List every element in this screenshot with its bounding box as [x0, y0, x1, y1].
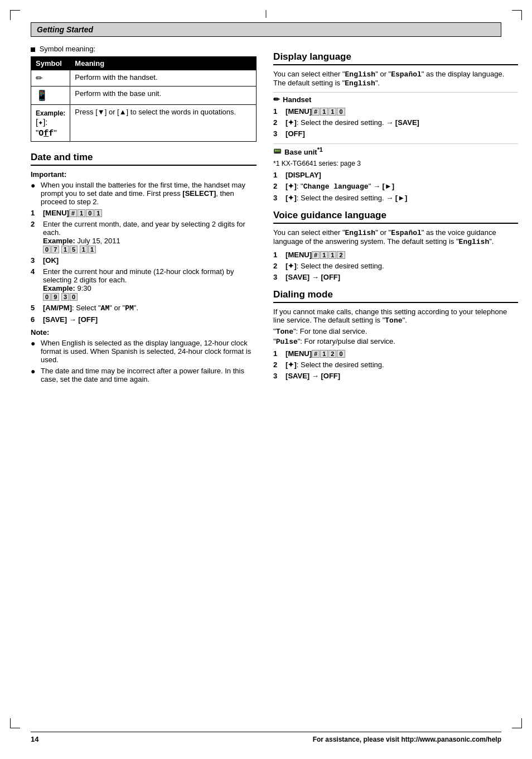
- step-item: 1 [MENU]#110: [273, 107, 518, 116]
- important-label: Important:: [31, 170, 257, 179]
- handset-badge-label: Handset: [283, 95, 311, 104]
- meaning-col-header: Meaning: [70, 57, 257, 70]
- base-steps: 1 [DISPLAY] 2 [✦]: "Change language" → […: [273, 171, 518, 202]
- key-box: #: [312, 251, 320, 259]
- symbol-heading-text: Symbol meaning:: [40, 45, 95, 53]
- list-item: ● When English is selected as the displa…: [31, 339, 257, 364]
- step-item: 2 [✦]: Select the desired setting.: [273, 262, 518, 270]
- key-box: 7: [51, 246, 59, 253]
- step-num: 2: [31, 220, 40, 228]
- step-content: [OFF]: [286, 129, 518, 138]
- footer-text: For assistance, please visit http://www.…: [313, 736, 501, 743]
- step-item: 2 [✦]: Select the desired setting.: [273, 361, 518, 369]
- dialing-steps: 1 [MENU]#120 2 [✦]: Select the desired s…: [273, 349, 518, 380]
- step-item: 1 [MENU]#101: [31, 209, 257, 217]
- date-time-section: Date and time Important: ● When you inst…: [31, 152, 257, 383]
- step-num: 3: [273, 194, 282, 202]
- voice-guidance-intro: You can select either "English" or "Espa…: [273, 228, 518, 246]
- key-box: 1: [61, 246, 69, 253]
- symbol-heading: Symbol meaning:: [31, 45, 257, 53]
- bullet-dot: ●: [31, 181, 38, 190]
- step-content: Enter the current month, date, and year …: [43, 220, 257, 253]
- key-box: 0: [337, 350, 345, 358]
- step-num: 1: [273, 171, 282, 179]
- symbol-table: Symbol Meaning ✏ Perform with the handse…: [31, 56, 257, 142]
- symbol-cell: 📱: [31, 87, 70, 105]
- key-box: #: [312, 108, 320, 116]
- key-box: 1: [328, 108, 336, 116]
- step-num: 1: [273, 349, 282, 358]
- step-num: 2: [273, 118, 282, 127]
- step-item: 3 [SAVE] → [OFF]: [273, 273, 518, 281]
- dialing-mode-section: Dialing mode If you cannot make calls, c…: [273, 289, 518, 380]
- getting-started-header: Getting Started: [31, 22, 501, 37]
- meaning-cell: Perform with the base unit.: [70, 87, 257, 105]
- step-content: [✦]: Select the desired setting. → [►]: [286, 194, 518, 202]
- step-content: [✦]: Select the desired setting.: [286, 361, 518, 369]
- key-box: 1: [94, 209, 102, 217]
- step-item: 3 [✦]: Select the desired setting. → [►]: [273, 194, 518, 202]
- step-num: 3: [273, 273, 282, 281]
- table-row: ✏ Perform with the handset.: [31, 70, 257, 87]
- key-box: 1: [320, 350, 328, 358]
- note-label: Note:: [31, 328, 257, 337]
- page-footer: 14 For assistance, please visit http://w…: [31, 732, 501, 743]
- step-item: 5 [AM/PM]: Select "AM" or "PM".: [31, 304, 257, 313]
- step-item: 3 [SAVE] → [OFF]: [273, 372, 518, 380]
- step-content: [MENU]#120: [286, 349, 518, 358]
- main-content: Symbol meaning: Symbol Meaning ✏ Perform…: [31, 45, 501, 386]
- voice-guidance-title: Voice guidance language: [273, 210, 518, 224]
- key-box: 1: [80, 246, 88, 253]
- step-item: 2 [✦]: Select the desired setting. → [SA…: [273, 118, 518, 127]
- step-content: Enter the current hour and minute (12-ho…: [43, 267, 257, 301]
- key-box: 0: [43, 293, 51, 301]
- step-content: [SAVE] → [OFF]: [43, 315, 257, 324]
- step-content: [✦]: Select the desired setting.: [286, 262, 518, 270]
- base-icon: 📟: [273, 147, 282, 155]
- step-num: 1: [273, 251, 282, 259]
- step-num: 1: [31, 209, 40, 217]
- key-box: 0: [337, 108, 345, 116]
- base-unit-badge: 📟 Base unit*1: [273, 143, 518, 156]
- step-item: 2 [✦]: "Change language" → [►]: [273, 182, 518, 191]
- top-center-mark: [266, 10, 267, 18]
- step-content: [✦]: Select the desired setting. → [SAVE…: [286, 118, 518, 127]
- table-row: Example: [✦]: "Off" Press [▼] or [▲] to …: [31, 105, 257, 142]
- step-content: [AM/PM]: Select "AM" or "PM".: [43, 304, 257, 313]
- key-box: 2: [337, 251, 345, 259]
- step-item: 4 Enter the current hour and minute (12-…: [31, 267, 257, 301]
- key-box: 0: [43, 246, 51, 253]
- display-language-section: Display language You can select either "…: [273, 51, 518, 202]
- step-num: 1: [273, 107, 282, 116]
- step-num: 2: [273, 262, 282, 270]
- important-bullets: ● When you install the batteries for the…: [31, 181, 257, 206]
- step-item: 1 [MENU]#112: [273, 251, 518, 259]
- footer-page-num: 14: [31, 735, 38, 743]
- step-item: 6 [SAVE] → [OFF]: [31, 315, 257, 324]
- step-num: 6: [31, 315, 40, 324]
- key-box: #: [312, 350, 320, 358]
- bullet-dot: ●: [31, 339, 38, 348]
- symbol-section: Symbol meaning: Symbol Meaning ✏ Perform…: [31, 45, 257, 142]
- step-num: 2: [273, 361, 282, 369]
- example-key: [✦]: "Off": [36, 117, 57, 137]
- step-item: 1 [DISPLAY]: [273, 171, 518, 179]
- pulse-line: "Pulse": For rotary/pulse dial service.: [273, 337, 518, 346]
- date-time-title: Date and time: [31, 152, 257, 166]
- meaning-cell: Perform with the handset.: [70, 70, 257, 87]
- corner-mark-bl: [10, 718, 20, 728]
- voice-guidance-steps: 1 [MENU]#112 2 [✦]: Select the desired s…: [273, 251, 518, 281]
- note-text: When English is selected as the display …: [41, 339, 257, 364]
- right-column: Display language You can select either "…: [273, 45, 518, 386]
- tone-line: "Tone": For tone dial service.: [273, 327, 518, 336]
- page-container: Getting Started Symbol meaning: Symbol M…: [0, 0, 532, 759]
- black-square-icon: [31, 47, 35, 52]
- step-num: 5: [31, 304, 40, 312]
- dialing-mode-title: Dialing mode: [273, 289, 518, 303]
- bullet-dot: ●: [31, 367, 38, 376]
- key-box: 3: [61, 293, 69, 301]
- example-label: Example:: [36, 109, 65, 117]
- display-language-title: Display language: [273, 51, 518, 65]
- symbol-cell: ✏: [31, 70, 70, 87]
- step-content: [OK]: [43, 256, 257, 265]
